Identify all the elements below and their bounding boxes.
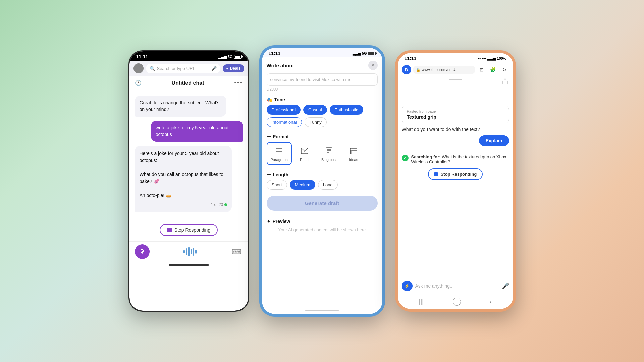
p2-main-content: Write about ✕ convince my friend to visi…: [262, 57, 382, 308]
length-label: Length: [273, 172, 289, 177]
phone-3-screen: 11:11 •• ●● ▂▃▅ 100% B 🔒 www.xbox.com/en…: [398, 53, 513, 309]
svg-point-13: [350, 150, 351, 152]
battery-icon-1: [234, 55, 241, 59]
signal-icon-2: ▂▃▅: [353, 51, 361, 56]
pasted-label: Pasted from page: [407, 109, 504, 113]
status-icons-2: ▂▃▅ 5G: [353, 51, 376, 56]
status-bar-2: 11:11 ▂▃▅ 5G: [262, 48, 382, 57]
format-paragraph[interactable]: Paragraph: [267, 142, 292, 165]
home-indicator-2: [305, 310, 339, 311]
paragraph-icon: [274, 145, 284, 156]
browser-avatar-3: B: [402, 65, 411, 74]
wave-bar: [188, 247, 190, 256]
preview-section: ✦ Preview Your AI generated content will…: [267, 215, 378, 232]
network-1: 5G: [228, 55, 233, 59]
chip-enthusiastic[interactable]: Enthusiastic: [330, 105, 363, 115]
format-ideas[interactable]: Ideas: [343, 142, 364, 165]
cast-button[interactable]: ⊡: [477, 65, 486, 74]
refresh-button[interactable]: ↻: [500, 65, 509, 74]
battery-percent-3: 100%: [497, 56, 506, 60]
ai-message-1: Great, let's change the subject. What's …: [135, 96, 227, 117]
phone-2-wrapper: 11:11 ▂▃▅ 5G Write about ✕ convince my f…: [259, 45, 385, 317]
format-icon: ☰: [267, 134, 271, 139]
status-dot: [224, 203, 227, 206]
chip-casual[interactable]: Casual: [303, 105, 327, 115]
char-count: 0/2000: [267, 87, 378, 91]
chip-medium[interactable]: Medium: [290, 180, 315, 190]
wave-bar: [183, 250, 185, 253]
write-about-title: Write about: [267, 63, 294, 68]
svg-point-14: [350, 152, 351, 154]
chip-informational[interactable]: Informational: [267, 117, 302, 127]
waveform-1: [183, 247, 197, 257]
tone-icon: 🎭: [267, 97, 272, 102]
phone-3: 11:11 •• ●● ▂▃▅ 100% B 🔒 www.xbox.com/en…: [395, 50, 516, 312]
user-message-text-1: write a joke for my 5 year old about oct…: [156, 125, 229, 137]
explain-btn-container: Explain: [402, 135, 509, 150]
length-section: ☰ Length Short Medium Long: [267, 172, 378, 190]
wave-bar: [186, 248, 187, 255]
format-header: ☰ Format: [267, 134, 378, 139]
chat-header-1: 🕐 Untitled chat •••: [129, 76, 248, 90]
url-bar-3[interactable]: 🔒 www.xbox.com/en-U...: [413, 66, 475, 74]
tone-label: Tone: [274, 97, 285, 102]
stop-responding-button-3[interactable]: Stop Responding: [428, 168, 483, 180]
chat-area-1: Great, let's change the subject. What's …: [129, 90, 248, 221]
status-bar-1: 11:11 ▂▃▅ 5G: [129, 51, 248, 61]
searching-label: Searching for:: [411, 154, 441, 159]
explain-button[interactable]: Explain: [479, 135, 509, 146]
bottom-bar-1: 🎙 ⌨: [129, 241, 248, 263]
signal-dots-3: •• ●●: [478, 56, 486, 60]
textarea-placeholder: convince my friend to visit Mexico with …: [270, 77, 374, 82]
status-bar-3: 11:11 •• ●● ▂▃▅ 100%: [398, 53, 513, 62]
share-icon[interactable]: [502, 78, 508, 86]
stop-responding-button-1[interactable]: Stop Responding: [160, 224, 218, 236]
url-bar-1[interactable]: 🔍 Search or type URL 🎤: [146, 64, 220, 73]
keyboard-button-1[interactable]: ⌨: [231, 246, 243, 258]
chip-long[interactable]: Long: [318, 180, 338, 190]
signal-icon-1: ▂▃▅: [218, 55, 226, 59]
network-2: 5G: [362, 51, 367, 55]
browser-bar-3: B 🔒 www.xbox.com/en-U... ⊡ 🧩 ↻: [398, 62, 513, 77]
spacer: [402, 85, 509, 106]
format-email-label: Email: [300, 158, 309, 162]
mic-button-3[interactable]: 🎤: [502, 282, 509, 290]
nav-menu-icon[interactable]: |||: [419, 298, 424, 305]
browser-avatar-1: [133, 63, 144, 73]
more-options-1[interactable]: •••: [234, 79, 243, 86]
history-icon-1[interactable]: 🕐: [135, 80, 142, 86]
deals-button[interactable]: ● Deals: [223, 64, 244, 72]
nav-home-icon: [453, 298, 461, 306]
browser-bar-1: 🔍 Search or type URL 🎤 ● Deals: [129, 61, 248, 76]
signal-icon-3: ▂▃▅: [487, 56, 495, 61]
preview-header: ✦ Preview: [267, 219, 378, 224]
chat-title-1: Untitled chat: [172, 80, 204, 86]
pasted-card: Pasted from page Textured grip: [402, 106, 509, 123]
mic-icon-browser: 🎤: [211, 66, 217, 71]
wave-bar: [191, 249, 192, 254]
generate-draft-button[interactable]: Generate draft: [267, 196, 378, 211]
nav-back-icon[interactable]: ‹: [490, 298, 492, 305]
chip-short[interactable]: Short: [267, 180, 287, 190]
divider-2: [278, 132, 367, 132]
deals-label: Deals: [230, 66, 240, 71]
share-bar: [398, 77, 513, 81]
preview-placeholder: Your AI generated content will be shown …: [267, 227, 378, 232]
write-textarea-container[interactable]: convince my friend to visit Mexico with …: [267, 73, 378, 86]
tone-section: 🎭 Tone Professional Casual Enthusiastic …: [267, 97, 378, 127]
divider-1: [278, 95, 367, 95]
drag-handle: [449, 79, 462, 80]
question-text: What do you want to do with the text?: [402, 127, 509, 132]
ai-message-text-2: Here's a joke for your 5 year old about …: [140, 150, 224, 198]
extensions-button[interactable]: 🧩: [488, 65, 498, 74]
ask-input-3[interactable]: Ask me anything...: [415, 283, 499, 289]
format-blog[interactable]: Blog post: [317, 142, 341, 165]
format-grid: Paragraph Email: [267, 142, 378, 165]
chip-funny[interactable]: Funny: [305, 117, 327, 127]
mic-button-1[interactable]: 🎙: [135, 244, 150, 259]
close-button-2[interactable]: ✕: [368, 61, 378, 70]
format-paragraph-label: Paragraph: [271, 158, 288, 162]
phone-1-wrapper: 11:11 ▂▃▅ 5G 🔍 Search or type URL 🎤 ● De…: [128, 50, 249, 312]
format-email[interactable]: Email: [294, 142, 315, 165]
chip-professional[interactable]: Professional: [267, 105, 301, 115]
